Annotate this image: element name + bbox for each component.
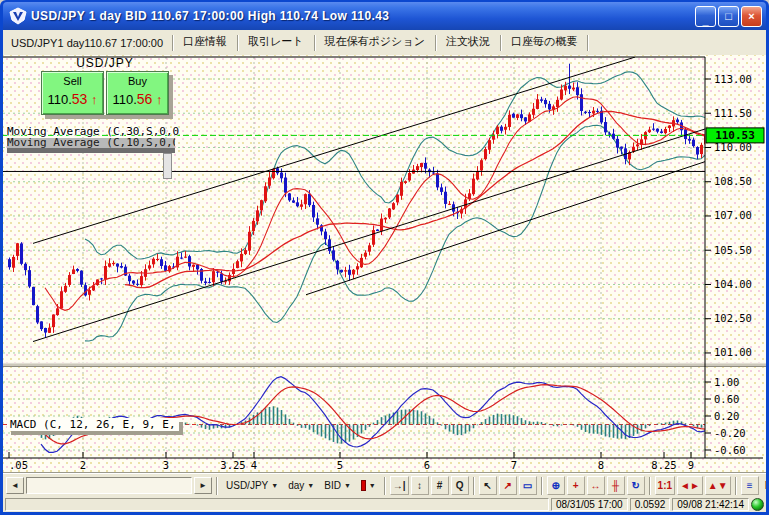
trendline-tool-button[interactable]: ↗ [499,476,517,495]
tab-separator [172,35,173,51]
sell-button[interactable]: Sell 110.53 ↑ [41,71,104,115]
zoom-in-button[interactable]: ⊕ [547,476,565,495]
svg-text:2: 2 [80,459,86,471]
tab-order-status[interactable]: 注文状況 [437,34,499,49]
candlestick-chart[interactable]: 113.00111.50110.00108.50107.00105.50104.… [3,55,766,473]
dropdown-arrow-icon: ▼ [271,482,278,489]
tab-separator [500,35,501,51]
tab-separator [237,35,238,51]
candlestick-style-icon [361,480,366,491]
dropdown-arrow-icon: ▼ [369,482,376,489]
svg-text:105.50: 105.50 [714,244,752,256]
dropdown-arrow-icon: ▼ [307,482,314,489]
symbol-select[interactable]: USD/JPY▼ [222,479,282,492]
svg-text:4: 4 [251,459,257,471]
app-logo-icon [9,7,27,25]
svg-text:8: 8 [598,459,604,471]
svg-text:9: 9 [688,459,694,471]
chart-area: 113.00111.50110.00108.50107.00105.50104.… [3,55,766,473]
tab-separator [314,35,315,51]
buy-price: 110.56 ↑ [107,91,168,107]
svg-text:-0.60: -0.60 [714,444,746,456]
ma-label-shadow-bar [7,148,175,153]
currency-pair-label: USD/JPY [41,56,169,70]
minimize-button[interactable]: _ [695,6,716,27]
pointer-tool-button[interactable]: ↖ [479,476,497,495]
svg-text:6: 6 [424,459,430,471]
ma30-indicator-label[interactable]: Moving Average (C,30,S,0,0 [7,125,179,138]
svg-text:107.00: 107.00 [714,209,752,221]
svg-text:102.50: 102.50 [714,312,752,324]
buy-button[interactable]: Buy 110.56 ↑ [106,71,169,115]
svg-text:.05: .05 [9,459,28,471]
scroll-left-button[interactable]: ◄ [6,477,24,494]
title-bar: USD/JPY 1 day BID 110.67 17:00:00 High 1… [3,2,766,30]
window-title: USD/JPY 1 day BID 110.67 17:00:00 High 1… [31,9,695,23]
crosshair-button[interactable]: ╫ [607,476,625,495]
connection-status-icon [751,498,764,511]
template-select[interactable]: N/A▼ [761,479,766,492]
svg-text:104.00: 104.00 [714,278,752,290]
maximize-button[interactable]: □ [718,6,739,27]
toolbar-separator [735,477,737,495]
horizontal-cursor-button[interactable]: ↔ [587,476,605,495]
quote-window-button[interactable]: Q [451,476,469,495]
refresh-button[interactable]: ↻ [627,476,645,495]
quote-panel: USD/JPY Sell 110.53 ↑ Buy 110.56 ↑ [41,56,169,115]
svg-text:-0.20: -0.20 [714,427,746,439]
tab-bar: USD/JPY1 day110.67 17:00:00 口座情報取引レート現在保… [3,30,766,55]
toolbar-separator [649,477,651,495]
status-message-panel [5,498,549,511]
tab-separator [435,35,436,51]
period-select[interactable]: day▼ [284,479,318,492]
shape-tool-button[interactable]: ▭ [519,476,537,495]
cursor-value-panel: 0.0592 [630,498,671,511]
svg-text:8.25: 8.25 [651,459,676,471]
tab-separator [587,35,588,51]
tab-account-summary[interactable]: 口座毎の概要 [502,34,586,49]
close-button[interactable]: × [741,6,762,27]
toolbar-items: USD/JPY▼day▼BID▼▼→|↕#Q↖↗▭⊕+↔╫↻1:1◄►▲▼≡N/… [222,476,766,495]
svg-text:7: 7 [511,459,517,471]
vertical-cursor-button[interactable]: + [567,476,585,495]
svg-text:113.00: 113.00 [714,73,752,85]
status-bar: 08/31/05 17:00 0.0592 09/08 21:42:14 [3,497,766,512]
scroll-right-button[interactable]: ► [194,477,212,494]
tab-strip: 口座情報取引レート現在保有ポジション注文状況口座毎の概要 [171,34,589,50]
svg-text:0.20: 0.20 [714,410,739,422]
tab-account-info[interactable]: 口座情報 [174,34,236,49]
chart-toolbar: ◄ ► USD/JPY▼day▼BID▼▼→|↕#Q↖↗▭⊕+↔╫↻1:1◄►▲… [3,473,766,497]
chart-settings-button[interactable]: ≡ [741,476,759,495]
chart-scrollbar[interactable] [26,477,192,494]
toolbar-separator [384,477,386,495]
svg-text:5: 5 [337,459,343,471]
tab-open-positions[interactable]: 現在保有ポジション [316,34,434,49]
svg-text:3: 3 [163,459,169,471]
macd-pane-series [3,377,706,453]
sell-price: 110.53 ↑ [42,91,103,107]
chart-type-select[interactable]: ▼ [357,479,380,492]
clock-panel: 09/08 21:42:14 [672,498,749,511]
ma-label-handle[interactable] [163,153,172,179]
toolbar-separator [541,477,543,495]
price-side-select[interactable]: BID▼ [320,479,355,492]
fit-vertical-button[interactable]: ↕ [411,476,429,495]
svg-text:1.00: 1.00 [714,376,739,388]
toolbar-separator [473,477,475,495]
svg-text:0.60: 0.60 [714,393,739,405]
grid-toggle-button[interactable]: # [431,476,449,495]
expand-vertical-button[interactable]: ▲▼ [705,476,731,495]
svg-text:3.25: 3.25 [220,459,245,471]
current-price-tag-label: 110.53 [715,129,755,142]
scroll-to-latest-button[interactable]: →| [390,476,409,495]
compress-horizontal-button[interactable]: ◄► [677,476,703,495]
window-controls: _ □ × [695,6,762,27]
scale-one-to-one-button[interactable]: 1:1 [655,476,675,495]
tab-trade-rates[interactable]: 取引レート [239,34,313,49]
up-arrow-icon: ↑ [156,92,163,107]
up-arrow-icon: ↑ [91,92,98,107]
macd-indicator-label[interactable]: MACD (C, 12, 26, E, 9, E, [7,418,179,431]
ma10-indicator-label[interactable]: Moving Average (C,10,S,0,0 [7,138,175,148]
svg-text:108.50: 108.50 [714,175,752,187]
chart-info-label: USD/JPY1 day110.67 17:00:00 [9,37,171,49]
